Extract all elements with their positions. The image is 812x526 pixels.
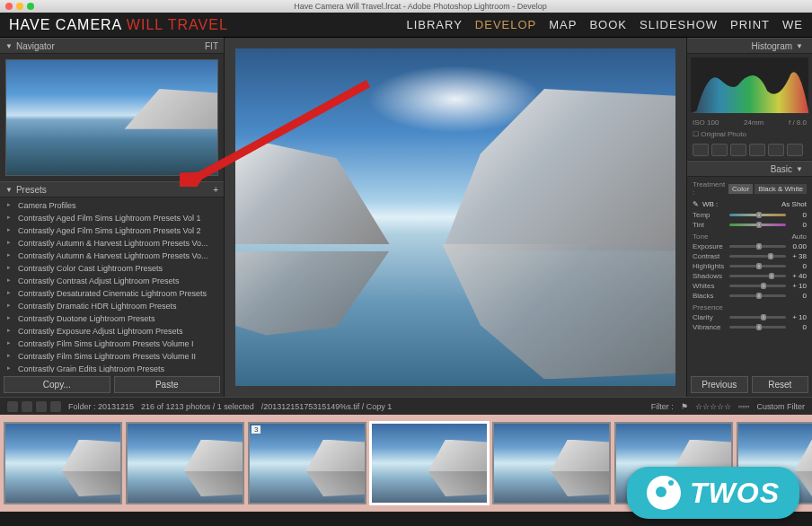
close-dot[interactable] [5,3,13,10]
preset-item[interactable]: Contrastly Duotone Lightroom Presets [5,312,218,325]
maximize-dot[interactable] [27,3,34,10]
treatment-color-button[interactable]: Color [728,184,753,194]
basic-header[interactable]: Basic ▼ [687,161,812,177]
nav-library[interactable]: LIBRARY [406,18,462,31]
main-area: ▼ Navigator FIT ▼ Presets + Camera Profi… [0,38,812,397]
rating-filter[interactable]: ☆☆☆☆☆ [695,402,731,411]
chevron-down-icon: ▼ [5,42,13,50]
preset-item[interactable]: Contrastly Color Cast Lightroom Presets [5,262,218,275]
navigator-fit[interactable]: FIT [205,41,218,51]
preset-item[interactable]: Contrastly Film Sims Lightroom Presets V… [5,350,218,363]
histogram-info: ISO 100 24mm f / 8.0 [687,117,812,128]
top-banner: HAVE CAMERA WILL TRAVEL LIBRARY DEVELOP … [0,13,812,38]
previous-button[interactable]: Previous [691,376,748,393]
preset-item[interactable]: Contrastly Film Sims Lightroom Presets V… [5,338,218,350]
previous-reset-row: Previous Reset [687,373,812,397]
custom-filter-dropdown[interactable]: Custom Filter [756,402,805,411]
brand-logo: HAVE CAMERA WILL TRAVEL [9,17,228,33]
copy-button[interactable]: Copy... [4,376,110,393]
gradient-tool-icon[interactable] [749,144,765,156]
brush-tool-icon[interactable] [787,144,803,156]
preset-item[interactable]: Contrastly Aged Film Sims Lightroom Pres… [5,224,218,237]
treatment-label: Treatment : [693,180,727,197]
redeye-tool-icon[interactable] [730,144,746,156]
spot-tool-icon[interactable] [711,144,728,156]
filename-display: /20131215175315149%s.tif / Copy 1 [261,402,393,411]
preset-item[interactable]: Contrastly Dramatic HDR Lightroom Preset… [5,300,218,312]
vibrance-slider[interactable]: Vibrance0 [693,322,807,332]
crop-tool-icon[interactable] [693,144,709,156]
navigator-preview[interactable] [5,59,218,176]
preset-item[interactable]: Contrastly Aged Film Sims Lightroom Pres… [5,212,218,224]
tone-label: Tone [693,232,708,241]
chevron-down-icon: ▼ [796,165,803,173]
filmstrip-thumb[interactable] [126,422,244,504]
minimize-dot[interactable] [16,3,23,10]
preset-item[interactable]: Contrastly Contrast Adjust Lightroom Pre… [5,275,218,287]
preset-item[interactable]: Contrastly Exposure Adjust Lightroom Pre… [5,325,218,338]
compare-view-icon[interactable] [36,401,47,412]
filmstrip-thumb-selected[interactable] [370,422,489,504]
module-nav: LIBRARY DEVELOP MAP BOOK SLIDESHOW PRINT… [406,18,803,31]
wb-label: WB : [702,200,778,208]
exposure-slider[interactable]: Exposure0.00 [693,241,807,251]
preset-item[interactable]: Contrastly Autumn & Harvest Lightroom Pr… [5,250,218,262]
radial-tool-icon[interactable] [768,144,784,156]
wb-dropdown[interactable]: As Shot [781,200,807,208]
color-filter[interactable]: ▫▫▫▫ [738,402,750,411]
grid-view-icon[interactable] [7,401,18,412]
chevron-down-icon: ▼ [796,42,803,50]
navigator-header[interactable]: ▼ Navigator FIT [0,38,224,54]
original-photo-toggle[interactable]: ☐ Original Photo [687,128,812,140]
filmstrip-thumb[interactable] [4,422,122,504]
whites-slider[interactable]: Whites+ 10 [693,281,807,291]
window-titlebar: Have Camera Will Travel.lrcat - Adobe Ph… [0,0,812,13]
blacks-slider[interactable]: Blacks0 [693,291,807,301]
twos-watermark: TWOS [627,467,799,519]
window-title: Have Camera Will Travel.lrcat - Adobe Ph… [34,2,807,11]
filmstrip-thumb[interactable]: 3 [248,422,366,504]
left-panel: ▼ Navigator FIT ▼ Presets + Camera Profi… [0,38,225,397]
paste-button[interactable]: Paste [114,376,221,393]
preset-item[interactable]: Camera Profiles [5,199,218,212]
nav-book[interactable]: BOOK [589,18,627,31]
shadows-slider[interactable]: Shadows+ 40 [693,271,807,281]
filter-label: Filter : [651,402,674,411]
twos-icon [647,476,681,510]
nav-web[interactable]: WE [782,18,803,31]
tint-slider[interactable]: Tint0 [693,220,807,230]
nav-slideshow[interactable]: SLIDESHOW [640,18,718,31]
presence-label: Presence [693,303,723,311]
right-panel: Histogram ▼ ISO 100 24mm f / 8.0 ☐ Origi… [686,38,812,397]
loupe-view-icon[interactable] [22,401,32,412]
bottom-toolbar: Folder : 20131215 216 of 1213 photos / 1… [0,397,812,415]
contrast-slider[interactable]: Contrast+ 38 [693,251,807,261]
preset-item[interactable]: Contrastly Grain Edits Lightroom Presets [5,363,218,373]
auto-tone-button[interactable]: Auto [792,232,807,241]
histogram-header[interactable]: Histogram ▼ [687,38,812,54]
chevron-down-icon: ▼ [5,186,13,194]
preset-item[interactable]: Contrastly Desaturated Cinematic Lightro… [5,287,218,300]
nav-print[interactable]: PRINT [730,18,770,31]
center-viewer [225,38,686,397]
copy-paste-row: Copy... Paste [0,373,224,397]
eyedropper-icon[interactable]: ✎ [693,200,699,208]
filmstrip-thumb[interactable] [492,422,611,504]
highlights-slider[interactable]: Highlights0 [693,261,807,271]
preset-item[interactable]: Contrastly Autumn & Harvest Lightroom Pr… [5,237,218,250]
folder-label: Folder : 20131215 [68,402,134,411]
histogram-display[interactable] [691,57,808,113]
add-preset-icon[interactable]: + [213,185,218,195]
presets-header[interactable]: ▼ Presets + [0,181,224,197]
main-image-preview[interactable] [235,48,675,386]
treatment-bw-button[interactable]: Black & White [755,184,807,194]
tool-row [687,140,812,161]
preset-list: Camera Profiles Contrastly Aged Film Sim… [0,197,224,373]
nav-map[interactable]: MAP [549,18,577,31]
clarity-slider[interactable]: Clarity+ 10 [693,312,807,322]
flag-filter-icon[interactable]: ⚑ [681,402,688,411]
survey-view-icon[interactable] [50,401,61,412]
temp-slider[interactable]: Temp0 [693,210,807,220]
nav-develop[interactable]: DEVELOP [475,18,536,31]
reset-button[interactable]: Reset [752,376,809,393]
